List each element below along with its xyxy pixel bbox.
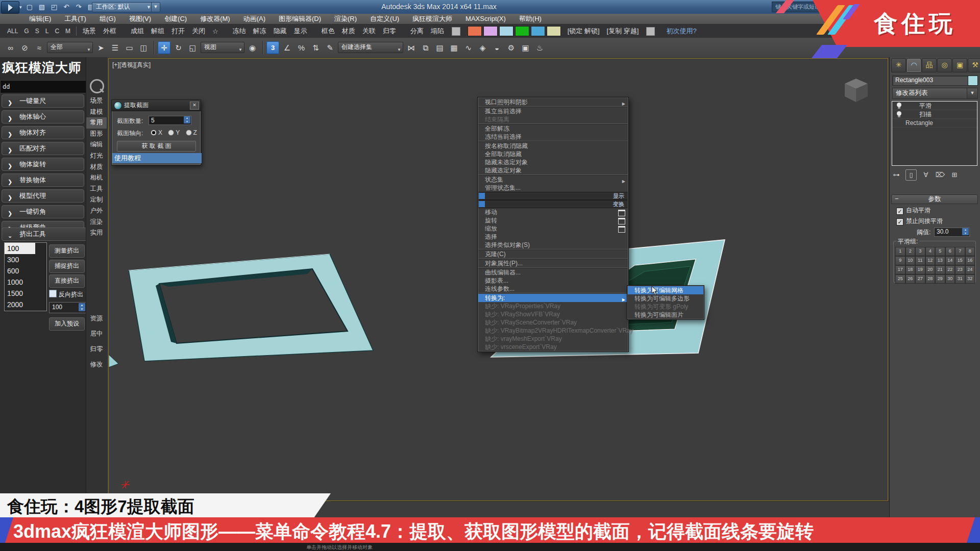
context-menu-item[interactable]: 移动▶ xyxy=(478,208,628,216)
macro-button[interactable]: 分离 xyxy=(407,27,427,36)
menu-item[interactable]: 自定义(U) xyxy=(363,14,406,24)
tool-button[interactable]: ❯替换物体 xyxy=(2,173,84,187)
context-menu-item[interactable]: 视口照明和阴影▶ xyxy=(478,98,628,106)
copy-traverse-buttons[interactable]: [复制 穿越] xyxy=(603,27,643,36)
context-menu-item[interactable]: 缺少: VRaySceneConverter`VRay▶ xyxy=(478,318,628,327)
smoothing-group-button[interactable]: 15 xyxy=(955,256,965,265)
render-setup-icon[interactable]: ⚙ xyxy=(505,41,518,54)
category-tab[interactable]: 实用 xyxy=(86,228,107,239)
category-tab[interactable]: 渲染 xyxy=(86,217,107,228)
material-editor-icon[interactable]: ◒ xyxy=(491,41,503,54)
category-tab[interactable]: 材质 xyxy=(86,162,107,173)
mirror-icon[interactable]: ⋈ xyxy=(405,41,418,54)
measure-extrude-button[interactable]: 测量挤出 xyxy=(49,244,85,258)
submenu-item[interactable]: 转换为可编辑面片 xyxy=(628,311,703,319)
lock-unlock-buttons[interactable]: [锁定 解锁] xyxy=(564,27,603,36)
smoothing-group-button[interactable]: 1 xyxy=(895,247,905,256)
smoothing-group-button[interactable]: 12 xyxy=(925,256,936,265)
tool-button[interactable]: ❯模型代理 xyxy=(2,189,84,203)
settings-box-icon[interactable] xyxy=(618,218,625,224)
object-name-field[interactable]: Rectangle003 xyxy=(892,76,969,86)
visibility-bulb-icon[interactable] xyxy=(897,111,901,116)
parameters-rollout-header[interactable]: −参数 xyxy=(891,194,978,204)
context-menu-item[interactable]: 孤立当前选择▶ xyxy=(478,107,628,115)
utilities-tab-icon[interactable]: ⚒ xyxy=(968,58,980,72)
pin-stack-icon[interactable]: ⊶ xyxy=(891,170,901,180)
window-crossing-icon[interactable]: ◫ xyxy=(137,41,150,54)
macro-button[interactable]: 解组 xyxy=(148,27,168,36)
color-swatch[interactable] xyxy=(468,26,482,36)
filter-button[interactable]: L xyxy=(42,28,52,35)
modify-tab-icon[interactable]: ◠ xyxy=(906,58,921,72)
open-file-icon[interactable]: ▧ xyxy=(37,2,47,12)
context-menu-item[interactable]: 管理状态集...▶ xyxy=(478,184,628,192)
category-tab[interactable]: 编辑 xyxy=(86,139,107,151)
close-icon[interactable]: ✕ xyxy=(190,102,199,110)
application-menu-button[interactable] xyxy=(1,1,19,14)
macro-button[interactable]: 冻结 xyxy=(229,27,250,36)
preset-item[interactable]: 100 xyxy=(5,243,35,254)
modifier-stack-row[interactable]: 扫描 xyxy=(892,110,977,119)
tool-button[interactable]: ❯物体对齐 xyxy=(2,126,84,139)
smoothing-group-button[interactable]: 6 xyxy=(945,247,955,256)
invert-extrude-checkbox[interactable]: 反向挤出 xyxy=(49,290,85,298)
macro-button[interactable]: 解冻 xyxy=(250,27,270,36)
menu-item[interactable]: 视图(V) xyxy=(122,14,158,24)
menu-item[interactable]: 工具(T) xyxy=(58,14,93,24)
modifier-stack-row[interactable]: Rectangle xyxy=(892,119,977,128)
pivot-center-icon[interactable]: ◉ xyxy=(246,41,259,54)
context-menu-item[interactable]: 缺少: vrayMeshExport`VRay▶ xyxy=(478,335,628,343)
macro-button[interactable]: 归零 xyxy=(379,27,400,36)
move-icon[interactable]: ✛ xyxy=(158,41,170,54)
context-menu-item[interactable]: 变换▶ xyxy=(478,200,628,208)
macro-button[interactable]: 打开 xyxy=(168,27,188,36)
color-swatch[interactable] xyxy=(499,26,513,36)
filter-button[interactable]: ALL xyxy=(4,28,21,35)
context-menu-item[interactable]: 转换为:▶ xyxy=(478,294,628,302)
menu-item[interactable]: 创建(C) xyxy=(158,14,193,24)
context-menu-item[interactable]: 状态集▶ xyxy=(478,176,628,184)
add-preset-button[interactable]: 加入预设 xyxy=(49,317,85,331)
rotate-icon[interactable]: ↻ xyxy=(172,41,185,54)
motion-tab-icon[interactable]: ◎ xyxy=(937,58,952,72)
context-menu-item[interactable]: 隐藏选定对象▶ xyxy=(478,166,628,174)
smoothing-group-button[interactable]: 30 xyxy=(945,274,955,284)
spinner-arrows-icon[interactable]: ▲▼ xyxy=(79,303,85,311)
macro-button[interactable]: ☆ xyxy=(209,28,222,35)
search-icon[interactable] xyxy=(90,79,104,93)
context-menu-item[interactable]: 克隆(C)▶ xyxy=(478,250,628,258)
color-swatch[interactable] xyxy=(547,26,561,36)
get-section-button[interactable]: 获 取 截 面 xyxy=(117,141,196,152)
category-tab[interactable]: 相机 xyxy=(86,172,107,184)
select-object-icon[interactable]: ➤ xyxy=(94,41,107,54)
smoothing-group-button[interactable]: 28 xyxy=(925,274,936,284)
menu-item[interactable]: 动画(A) xyxy=(237,14,272,24)
application-menu-arrow-icon[interactable]: ▾ xyxy=(19,5,22,10)
smoothing-group-button[interactable]: 3 xyxy=(915,247,925,256)
tool-button[interactable]: ❯一键切角 xyxy=(2,205,84,218)
spinner-arrows-icon[interactable]: ▲▼ xyxy=(962,228,969,235)
context-menu-item[interactable]: 冻结当前选择▶ xyxy=(478,133,628,141)
macro-button[interactable]: 关闭 xyxy=(188,27,209,36)
context-menu-item[interactable]: 摄影表...▶ xyxy=(478,277,628,285)
color-swatch[interactable] xyxy=(531,26,545,36)
menu-item[interactable]: 修改器(M) xyxy=(193,14,237,24)
submenu-item[interactable]: 转换为可编辑多边形 xyxy=(628,294,703,303)
category-tab[interactable]: 归零 xyxy=(86,342,107,357)
redo-icon[interactable]: ↷ xyxy=(74,2,84,12)
menu-item[interactable]: 疯狂模渲大师 xyxy=(406,14,459,24)
edit-named-sets-icon[interactable]: ✎ xyxy=(324,41,336,54)
context-menu-item[interactable]: 按名称取消隐藏▶ xyxy=(478,142,628,150)
preset-item[interactable]: 2000 xyxy=(5,299,46,310)
angle-snap-icon[interactable]: ∠ xyxy=(281,41,293,54)
radio-x-selected[interactable] xyxy=(151,130,157,136)
preset-item[interactable]: 1000 xyxy=(5,277,46,288)
filter-button[interactable]: M xyxy=(62,28,74,35)
filter-button[interactable]: S xyxy=(32,28,42,35)
menu-item[interactable]: MAXScript(X) xyxy=(459,14,512,24)
named-selection-sets-dropdown[interactable]: 创建选择集▼ xyxy=(338,42,403,53)
filter-button[interactable]: C xyxy=(52,28,62,35)
viewcube[interactable] xyxy=(845,79,868,102)
smoothing-group-button[interactable]: 11 xyxy=(915,256,925,265)
smoothing-group-button[interactable]: 5 xyxy=(935,247,945,256)
